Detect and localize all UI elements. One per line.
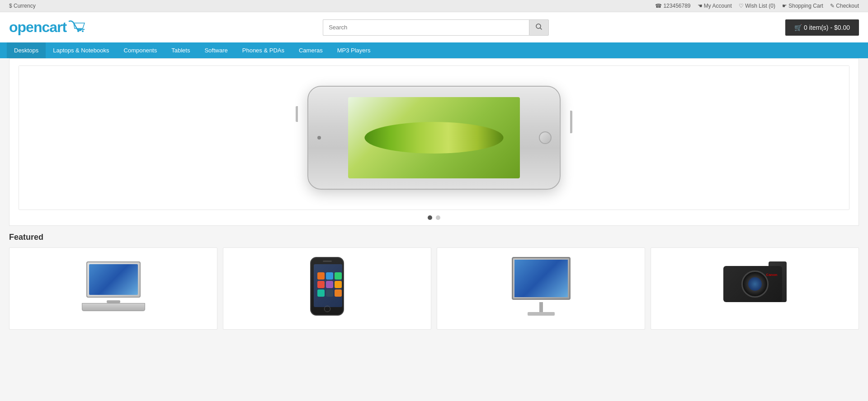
svg-point-1	[82, 30, 84, 32]
product-image-monitor	[505, 255, 577, 318]
product-card-camera[interactable]: Canon	[651, 247, 859, 330]
product-card-monitor[interactable]	[437, 247, 645, 330]
nav-item-tablets[interactable]: Tablets	[164, 42, 197, 58]
svg-line-3	[540, 28, 542, 29]
search-button[interactable]	[529, 19, 549, 36]
carousel-dot-2[interactable]	[436, 215, 440, 220]
shopping-cart-link[interactable]: ☛ Shopping Cart	[782, 3, 823, 9]
product-image-iphone	[291, 255, 363, 318]
phone-power-button	[570, 111, 572, 133]
nav-item-mp3[interactable]: MP3 Players	[330, 42, 378, 58]
top-bar: $ Currency ☎ 123456789 ☚ My Account ♡ Wi…	[0, 0, 868, 12]
phone-volume-button	[296, 106, 298, 122]
iphone-graphic	[310, 257, 344, 316]
search-icon	[536, 23, 542, 30]
nav-item-software[interactable]: Software	[197, 42, 235, 58]
carousel-dot-1[interactable]	[428, 215, 432, 220]
nav-item-cameras[interactable]: Cameras	[292, 42, 330, 58]
search-input[interactable]	[323, 19, 529, 36]
product-card-iphone[interactable]	[223, 247, 431, 330]
search-bar	[323, 19, 549, 36]
product-image-camera: Canon	[719, 255, 791, 318]
top-bar-right: ☎ 123456789 ☚ My Account ♡ Wish List (0)…	[655, 3, 859, 9]
currency-selector[interactable]: $ Currency	[9, 3, 36, 9]
nav-item-laptops[interactable]: Laptops & Notebooks	[46, 42, 116, 58]
logo-text: opencart	[9, 19, 66, 36]
laptop-graphic	[82, 261, 145, 311]
checkout-link[interactable]: ✎ Checkout	[830, 3, 859, 9]
nav-item-components[interactable]: Components	[117, 42, 165, 58]
nav-item-phones[interactable]: Phones & PDAs	[235, 42, 292, 58]
leaf-graphic	[362, 115, 506, 160]
my-account-link[interactable]: ☚ My Account	[698, 3, 732, 9]
carousel-dots	[9, 210, 859, 225]
main-nav: Desktops Laptops & Notebooks Components …	[0, 42, 868, 58]
nav-item-desktops[interactable]: Desktops	[7, 42, 46, 58]
phone-number: ☎ 123456789	[655, 3, 690, 9]
carousel-container	[9, 58, 859, 226]
camera-graphic: Canon	[721, 261, 789, 311]
cart-button[interactable]: 🛒 0 item(s) - $0.00	[785, 19, 859, 36]
monitor-graphic	[507, 257, 575, 316]
product-image-macbook	[77, 255, 150, 318]
phone-front-cam	[317, 136, 321, 140]
product-card-macbook[interactable]	[9, 247, 217, 330]
product-grid: Canon	[9, 247, 859, 330]
featured-section: Featured	[0, 226, 868, 339]
phone-home-button	[539, 131, 552, 144]
logo-cart-icon	[68, 19, 86, 35]
logo[interactable]: opencart	[9, 19, 86, 36]
carousel-slide	[19, 66, 849, 210]
featured-title: Featured	[9, 233, 859, 242]
header: opencart 🛒 0 item(s) - $0.00	[0, 12, 868, 42]
wish-list-link[interactable]: ♡ Wish List (0)	[739, 3, 775, 9]
top-bar-left: $ Currency	[9, 3, 36, 9]
phone-screen	[348, 97, 520, 178]
carousel	[19, 65, 849, 210]
hero-phone-image	[298, 75, 570, 201]
svg-point-0	[77, 30, 79, 32]
